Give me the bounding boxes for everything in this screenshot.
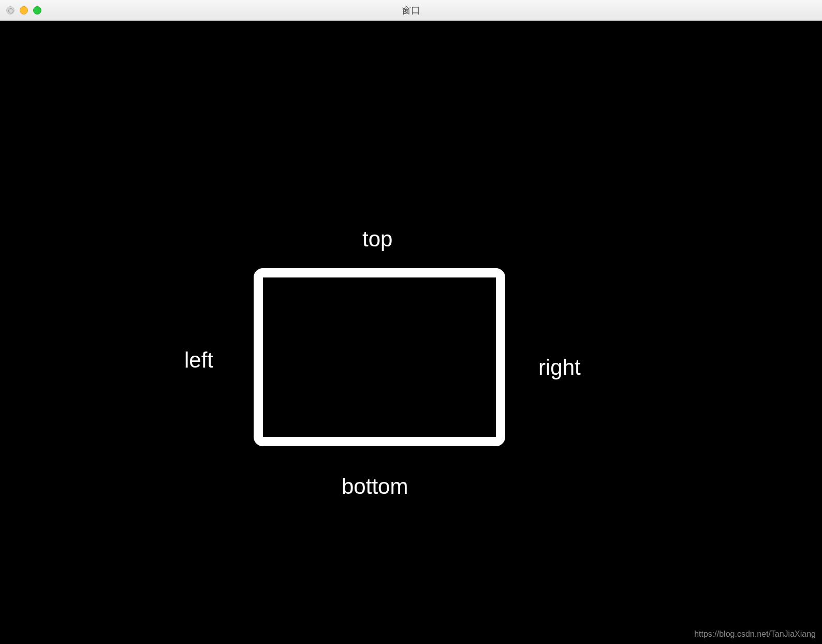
label-left: left	[184, 348, 213, 373]
label-bottom: bottom	[342, 474, 408, 499]
window-titlebar: 窗口	[0, 0, 822, 21]
center-rectangle	[254, 268, 505, 446]
traffic-lights	[0, 6, 41, 14]
maximize-button[interactable]	[33, 6, 41, 14]
label-right: right	[538, 355, 581, 380]
label-top: top	[362, 227, 392, 252]
close-button[interactable]	[6, 6, 14, 14]
window-title: 窗口	[402, 4, 420, 17]
content-area: top bottom left right https://blog.csdn.…	[0, 21, 822, 644]
watermark-text: https://blog.csdn.net/TanJiaXiang	[694, 630, 816, 639]
minimize-button[interactable]	[20, 6, 28, 14]
